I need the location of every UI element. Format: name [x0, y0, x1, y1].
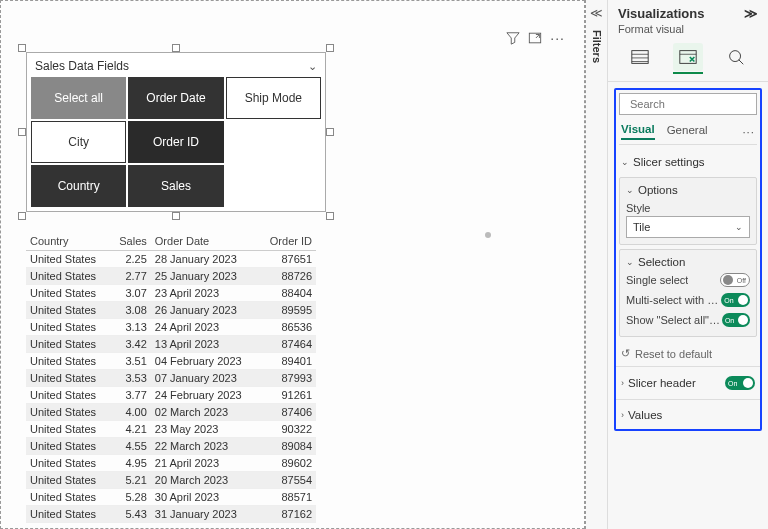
build-visual-tab[interactable] [625, 43, 655, 71]
column-header[interactable]: Order ID [259, 232, 316, 251]
table-row[interactable]: United States3.5104 February 202389401 [26, 353, 316, 370]
section-values[interactable]: › Values [619, 404, 757, 426]
table-row[interactable]: United States3.1324 April 202386536 [26, 319, 316, 336]
slicer-tile[interactable]: Order Date [128, 77, 223, 119]
chevron-down-icon: ⌄ [735, 222, 743, 232]
table-row[interactable]: United States3.7724 February 202391261 [26, 387, 316, 404]
chevron-down-icon: ⌄ [626, 257, 634, 267]
multi-select-label: Multi-select with C… [626, 294, 721, 306]
filters-pane-collapsed[interactable]: ≪ Filters [586, 0, 608, 529]
tab-more-icon[interactable]: ··· [742, 126, 755, 138]
expand-filters-icon[interactable]: ≪ [590, 6, 603, 20]
analytics-tab[interactable] [721, 43, 751, 71]
filters-label: Filters [591, 30, 603, 63]
more-options-icon[interactable]: ··· [550, 30, 565, 46]
single-select-toggle[interactable]: Off [720, 273, 750, 287]
table-row[interactable]: United States3.5307 January 202387993 [26, 370, 316, 387]
section-slicer-settings[interactable]: ⌄ Slicer settings [619, 151, 757, 173]
pane-title: Visualizations [618, 6, 704, 21]
subsection-selection: ⌄ Selection Single select Off Multi-sele… [619, 249, 757, 337]
show-select-all-label: Show "Select all" o… [626, 314, 722, 326]
highlighted-format-region: Visual General ··· ⌄ Slicer settings ⌄ O… [614, 88, 762, 431]
subsection-options: ⌄ Options Style Tile ⌄ [619, 177, 757, 245]
pane-subtitle: Format visual [608, 23, 768, 39]
slicer-tile[interactable]: Country [31, 165, 126, 207]
slicer-tile[interactable]: Order ID [128, 121, 223, 163]
visualizations-pane: Visualizations ≫ Format visual Visual Ge… [608, 0, 768, 529]
table-row[interactable]: United States3.0826 January 202389595 [26, 302, 316, 319]
table-row[interactable]: United States5.2120 March 202387554 [26, 472, 316, 489]
data-table-visual[interactable]: CountrySalesOrder DateOrder ID United St… [26, 232, 316, 523]
slicer-tile[interactable]: Sales [128, 165, 223, 207]
style-label: Style [626, 198, 750, 214]
format-search[interactable] [619, 93, 757, 115]
focus-mode-icon[interactable] [528, 31, 542, 45]
table-row[interactable]: United States4.5522 March 202389084 [26, 438, 316, 455]
chevron-down-icon[interactable]: ⌄ [308, 60, 317, 73]
show-select-all-toggle[interactable]: On [722, 313, 750, 327]
single-select-label: Single select [626, 274, 688, 286]
table-row[interactable]: United States3.4213 April 202387464 [26, 336, 316, 353]
slicer-tile[interactable]: City [31, 121, 126, 163]
table-row[interactable]: United States2.2528 January 202387651 [26, 251, 316, 268]
chevron-down-icon: ⌄ [626, 185, 634, 195]
report-canvas[interactable]: ··· Sales Data Fields ⌄ Select allOrder … [0, 0, 586, 529]
table-row[interactable]: United States4.2123 May 202390322 [26, 421, 316, 438]
column-header[interactable]: Order Date [151, 232, 259, 251]
section-slicer-header[interactable]: › Slicer header On [619, 371, 757, 395]
reset-icon: ↺ [621, 347, 630, 360]
column-header[interactable]: Sales [110, 232, 150, 251]
style-dropdown[interactable]: Tile ⌄ [626, 216, 750, 238]
slicer-visual[interactable]: Sales Data Fields ⌄ Select allOrder Date… [26, 52, 326, 212]
table-row[interactable]: United States4.9521 April 202389602 [26, 455, 316, 472]
table-row[interactable]: United States5.4331 January 202387162 [26, 506, 316, 523]
format-visual-tab[interactable] [673, 43, 703, 71]
multi-select-toggle[interactable]: On [721, 293, 750, 307]
search-input[interactable] [630, 98, 768, 110]
slicer-header-toggle[interactable]: On [725, 376, 755, 390]
slicer-tile[interactable]: Ship Mode [226, 77, 321, 119]
chevron-right-icon: › [621, 378, 624, 388]
table-row[interactable]: United States5.2830 April 202388571 [26, 489, 316, 506]
chevron-right-icon: › [621, 410, 624, 420]
chevron-down-icon: ⌄ [621, 157, 629, 167]
slicer-title: Sales Data Fields [35, 59, 129, 73]
column-header[interactable]: Country [26, 232, 110, 251]
filter-icon[interactable] [506, 31, 520, 45]
slicer-tile[interactable]: Select all [31, 77, 126, 119]
collapse-pane-icon[interactable]: ≫ [744, 6, 758, 21]
table-row[interactable]: United States4.0002 March 202387406 [26, 404, 316, 421]
tab-general[interactable]: General [667, 124, 708, 139]
scroll-indicator[interactable] [485, 232, 491, 238]
reset-to-default[interactable]: ↺ Reset to default [619, 341, 757, 362]
tab-visual[interactable]: Visual [621, 123, 655, 140]
table-row[interactable]: United States3.0723 April 202388404 [26, 285, 316, 302]
table-row[interactable]: United States2.7725 January 202388726 [26, 268, 316, 285]
